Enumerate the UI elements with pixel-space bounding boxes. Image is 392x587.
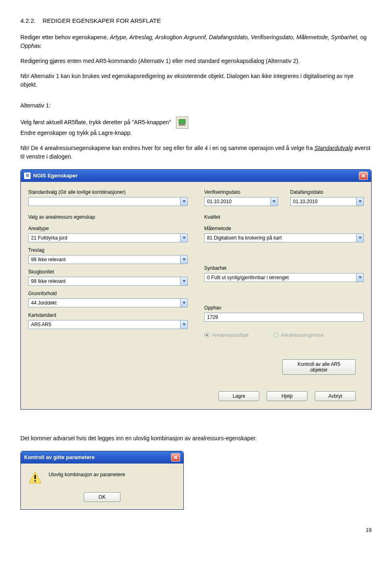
opphav-label: Opphav bbox=[204, 304, 364, 311]
svg-rect-3 bbox=[34, 475, 36, 479]
radio1-label: Arealressursflate bbox=[212, 332, 249, 339]
verifiseringsdato-combo[interactable]: 01.10.2010 bbox=[204, 197, 278, 206]
malemetode-value: 81 Digitalisert fra krokering på kart bbox=[205, 234, 356, 242]
synbarhet-value: 0 Fullt ut synlig/gjenfinnbar i terrenge… bbox=[205, 274, 356, 281]
synbarhet-combo[interactable]: 0 Fullt ut synlig/gjenfinnbar i terrenge… bbox=[204, 273, 364, 282]
page-number: 19 bbox=[20, 526, 372, 534]
para1-a: Rediger etter behov egenskapene, bbox=[20, 34, 110, 40]
radio2-label: Arealressursgrense bbox=[281, 332, 323, 339]
grunnforhold-label: Grunnforhold bbox=[28, 290, 188, 297]
kartstandard-value: AR5 AR5 bbox=[29, 321, 180, 328]
chevron-down-icon[interactable] bbox=[180, 197, 187, 206]
chevron-down-icon[interactable] bbox=[270, 197, 278, 206]
opphav-value: 1729 bbox=[205, 314, 363, 321]
warning-sentence: Det kommer advarsel hvis det legges inn … bbox=[20, 434, 372, 443]
datafangstdato-label: Datafangstdato bbox=[290, 188, 364, 196]
section-heading: 4.2.2. REDIGER EGENSKAPER FOR AR5FLATE bbox=[20, 16, 372, 26]
malemetode-label: Målemetode bbox=[204, 225, 364, 232]
arealtype-value: 21 Fulldyrka jord bbox=[29, 234, 180, 242]
grunnforhold-value: 44 Jorddekt bbox=[29, 299, 180, 307]
para1-c: Opphav. bbox=[20, 43, 42, 49]
chevron-down-icon[interactable] bbox=[180, 299, 187, 307]
close-icon bbox=[361, 174, 365, 178]
kontroll-title: Kontroll av gitte parametere bbox=[24, 453, 95, 462]
radio-arealressursflate: Arealressursflate bbox=[204, 332, 249, 339]
avbryt-button[interactable]: Avbryt bbox=[315, 391, 356, 401]
kontroll-dialog: Kontroll av gitte parametere Ulovlig kom… bbox=[20, 451, 184, 510]
radio-arealressursgrense: Arealressursgrense bbox=[273, 332, 323, 339]
svg-rect-1 bbox=[179, 124, 185, 125]
svg-rect-2 bbox=[179, 125, 185, 125]
para4-underline: Standardutvalg bbox=[314, 145, 353, 151]
treslag-value: 98 Ikke relevant bbox=[29, 256, 180, 263]
kvalitet-section-label: Kvalitet bbox=[204, 213, 364, 221]
warning-icon bbox=[28, 471, 42, 485]
kartstandard-combo[interactable]: AR5 AR5 bbox=[28, 320, 188, 329]
ar5-toolbar-icon bbox=[176, 117, 188, 129]
datafangstdato-value: 01.10.2010 bbox=[291, 198, 356, 205]
radio-icon bbox=[273, 332, 278, 338]
synbarhet-label: Synbarhet bbox=[204, 264, 364, 272]
alt1-line1: Velg først aktuell AR5flate, trykk deret… bbox=[20, 118, 171, 127]
radio-group: Arealressursflate Arealressursgrense bbox=[204, 332, 364, 339]
arealtype-label: Arealtype bbox=[28, 225, 188, 232]
right-column: Verifiseringsdato 01.10.2010 Datafangstd… bbox=[204, 188, 364, 339]
chevron-down-icon[interactable] bbox=[180, 277, 187, 285]
standardvalg-label: Standardvalg (Gir alle lovlige kombinasj… bbox=[28, 188, 188, 196]
kartstandard-label: Kartstandard bbox=[28, 311, 188, 319]
paragraph-3: Nb! Alternativ 1 kan kun brukes ved egen… bbox=[20, 72, 372, 89]
malemetode-combo[interactable]: 81 Digitalisert fra krokering på kart bbox=[204, 233, 364, 242]
treslag-combo[interactable]: 98 Ikke relevant bbox=[28, 255, 188, 264]
standardvalg-combo[interactable] bbox=[28, 197, 188, 206]
radio-icon bbox=[204, 332, 209, 338]
skogbonitet-value: 98 Ikke relevant bbox=[29, 278, 180, 285]
arealressurs-section-label: Valg av arealressurs egenskap bbox=[28, 213, 188, 221]
close-button[interactable] bbox=[171, 453, 180, 462]
dialog-title: NGIS Egenskaper bbox=[33, 172, 78, 180]
treslag-label: Treslag bbox=[28, 246, 188, 254]
paragraph-2: Redigering gjøres enten med AR5-kommando… bbox=[20, 57, 372, 65]
chevron-down-icon[interactable] bbox=[356, 197, 363, 206]
paragraph-1: Rediger etter behov egenskapene, Artype,… bbox=[20, 33, 372, 50]
chevron-down-icon[interactable] bbox=[180, 234, 187, 242]
datafangstdato-combo[interactable]: 01.10.2010 bbox=[290, 197, 364, 206]
close-button[interactable] bbox=[359, 172, 368, 180]
arealtype-combo[interactable]: 21 Fulldyrka jord bbox=[28, 233, 188, 242]
skogbonitet-combo[interactable]: 98 Ikke relevant bbox=[28, 277, 188, 286]
verifiseringsdato-value: 01.10.2010 bbox=[205, 198, 270, 205]
svg-rect-4 bbox=[34, 480, 36, 482]
kontroll-message: Ulovlig kombinasjon av parametere bbox=[49, 471, 125, 478]
heading-text: REDIGER EGENSKAPER FOR AR5FLATE bbox=[42, 17, 161, 24]
para1-italics: Artype, Artreslag, Arskogbon Argrunnf, D… bbox=[110, 34, 359, 40]
verifiseringsdato-label: Verifiseringsdato bbox=[204, 188, 278, 196]
chevron-down-icon[interactable] bbox=[356, 234, 363, 242]
para1-b: og bbox=[359, 34, 366, 40]
svg-rect-0 bbox=[179, 119, 185, 123]
paragraph-4: Nb! De 4 arealressursegenskapene kan end… bbox=[20, 144, 372, 161]
chevron-down-icon[interactable] bbox=[180, 320, 187, 329]
dialog-title-icon: N bbox=[24, 173, 31, 179]
alt1-line2: Endre egenskaper og trykk på Lagre-knapp… bbox=[20, 129, 372, 137]
heading-number: 4.2.2. bbox=[20, 17, 36, 24]
left-column: Standardvalg (Gir alle lovlige kombinasj… bbox=[28, 188, 188, 339]
para4-a: Nb! De 4 arealressursegenskapene kan end… bbox=[20, 145, 314, 151]
grunnforhold-combo[interactable]: 44 Jorddekt bbox=[28, 298, 188, 307]
opphav-input[interactable]: 1729 bbox=[204, 313, 364, 322]
chevron-down-icon[interactable] bbox=[180, 255, 187, 264]
ngis-dialog: N NGIS Egenskaper Standardvalg (Gir alle… bbox=[20, 169, 372, 410]
dialog-titlebar[interactable]: N NGIS Egenskaper bbox=[21, 170, 371, 182]
alt1-title: Alternativ 1: bbox=[20, 101, 372, 110]
chevron-down-icon[interactable] bbox=[356, 273, 363, 282]
kontroll-button[interactable]: Kontroll av alle AR5 objekter bbox=[282, 359, 356, 375]
hjelp-button[interactable]: Hjelp bbox=[267, 391, 307, 401]
skogbonitet-label: Skogbonitet bbox=[28, 268, 188, 276]
ok-button[interactable]: OK bbox=[84, 492, 120, 502]
kontroll-titlebar[interactable]: Kontroll av gitte parametere bbox=[21, 451, 183, 464]
close-icon bbox=[174, 455, 178, 459]
lagre-button[interactable]: Lagre bbox=[218, 391, 259, 401]
